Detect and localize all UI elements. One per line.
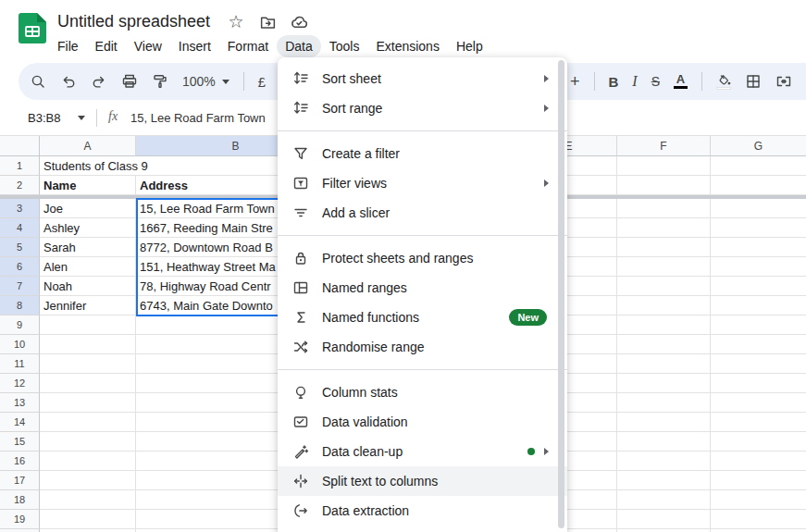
row-header-1[interactable]: 1 <box>0 156 40 176</box>
cell-A19[interactable] <box>40 510 136 529</box>
menubar-item-insert[interactable]: Insert <box>170 35 219 57</box>
cell-F19[interactable] <box>617 510 711 529</box>
menu-item-sort-sheet[interactable]: Sort sheet <box>278 64 567 93</box>
menubar-item-view[interactable]: View <box>126 35 170 57</box>
cell-F16[interactable] <box>617 452 711 471</box>
cell-G9[interactable] <box>711 315 806 335</box>
cell-F1[interactable] <box>617 156 711 176</box>
cell-F2[interactable] <box>617 176 711 195</box>
row-header-3[interactable]: 3 <box>0 199 40 218</box>
menu-item-randomise-range[interactable]: Randomise range <box>278 332 567 362</box>
menu-item-create-a-filter[interactable]: Create a filter <box>278 139 567 168</box>
chevron-down-icon[interactable] <box>78 116 85 120</box>
cell-F7[interactable] <box>617 277 711 296</box>
paint-format-icon[interactable] <box>152 73 168 90</box>
cell-F8[interactable] <box>617 296 711 315</box>
column-header-G[interactable]: G <box>711 136 806 156</box>
row-header-10[interactable]: 10 <box>0 335 40 354</box>
row-header-13[interactable]: 13 <box>0 393 40 413</box>
fill-color-button[interactable] <box>716 74 731 90</box>
cell-G5[interactable] <box>711 238 806 257</box>
zoom-control[interactable]: 100% <box>182 74 229 89</box>
select-all-corner[interactable] <box>0 136 40 156</box>
cell-A7[interactable]: Noah <box>40 277 136 296</box>
row-header-4[interactable]: 4 <box>0 218 40 238</box>
menu-item-add-a-slicer[interactable]: Add a slicer <box>278 198 567 228</box>
cell-F11[interactable] <box>617 354 711 374</box>
print-icon[interactable] <box>121 73 138 90</box>
menu-item-named-ranges[interactable]: Named ranges <box>278 273 567 303</box>
cell-G13[interactable] <box>711 393 806 413</box>
menu-item-data-clean-up[interactable]: Data clean-up <box>278 437 567 466</box>
cell-G1[interactable] <box>711 156 806 176</box>
menu-item-split-text-to-columns[interactable]: Split text to columns <box>278 466 567 496</box>
row-header-9[interactable]: 9 <box>0 315 40 335</box>
borders-icon[interactable] <box>745 73 762 90</box>
cell-F9[interactable] <box>617 315 711 335</box>
cell-F10[interactable] <box>617 335 711 354</box>
cell-G17[interactable] <box>711 471 806 490</box>
cell-A18[interactable] <box>40 490 136 510</box>
menu-item-sort-range[interactable]: Sort range <box>278 93 567 123</box>
menubar-item-format[interactable]: Format <box>219 35 277 57</box>
menu-item-filter-views[interactable]: Filter views <box>278 168 567 198</box>
cell-F14[interactable] <box>617 413 711 432</box>
column-header-A[interactable]: A <box>40 136 136 156</box>
cell-F15[interactable] <box>617 432 711 452</box>
cell-F5[interactable] <box>617 238 711 257</box>
cell-G16[interactable] <box>711 452 806 471</box>
cell-G7[interactable] <box>711 277 806 296</box>
cell-G11[interactable] <box>711 354 806 374</box>
bold-button[interactable]: B <box>609 74 619 90</box>
cell-G4[interactable] <box>711 218 806 238</box>
row-header-2[interactable]: 2 <box>0 176 40 195</box>
row-header-11[interactable]: 11 <box>0 354 40 374</box>
row-header-19[interactable]: 19 <box>0 510 40 529</box>
cell-A10[interactable] <box>40 335 136 354</box>
move-folder-icon[interactable] <box>258 13 277 31</box>
cell-A5[interactable]: Sarah <box>40 238 136 257</box>
strikethrough-button[interactable]: S <box>651 74 660 89</box>
cell-F13[interactable] <box>617 393 711 413</box>
cell-A15[interactable] <box>40 432 136 452</box>
cell-G12[interactable] <box>711 374 806 393</box>
menu-item-named-functions[interactable]: Named functionsNew <box>278 303 567 332</box>
cell-G3[interactable] <box>711 199 806 218</box>
menubar-item-file[interactable]: File <box>49 35 87 57</box>
cell-F4[interactable] <box>617 218 711 238</box>
sheets-logo-icon[interactable] <box>19 13 46 43</box>
cell-G10[interactable] <box>711 335 806 354</box>
menu-item-data-validation[interactable]: Data validation <box>278 407 567 437</box>
cell-G15[interactable] <box>711 432 806 452</box>
cell-A12[interactable] <box>40 374 136 393</box>
star-icon[interactable]: ☆ <box>227 13 245 31</box>
menu-item-protect-sheets-and-ranges[interactable]: Protect sheets and ranges <box>278 243 567 273</box>
row-header-15[interactable]: 15 <box>0 432 40 452</box>
row-header-5[interactable]: 5 <box>0 238 40 257</box>
name-box[interactable]: B3:B8 <box>28 100 60 135</box>
cell-F18[interactable] <box>617 490 711 510</box>
row-header-18[interactable]: 18 <box>0 490 40 510</box>
menu-scrollbar[interactable] <box>558 60 564 528</box>
menubar-item-extensions[interactable]: Extensions <box>367 35 447 57</box>
text-color-button[interactable]: A <box>674 74 688 89</box>
menubar-item-help[interactable]: Help <box>448 35 491 57</box>
column-header-F[interactable]: F <box>617 136 711 156</box>
cell-A2[interactable]: Name <box>40 176 136 195</box>
menubar-item-tools[interactable]: Tools <box>321 35 368 57</box>
cell-A6[interactable]: Alen <box>40 257 136 277</box>
cell-F3[interactable] <box>617 199 711 218</box>
cell-G14[interactable] <box>711 413 806 432</box>
cell-G2[interactable] <box>711 176 806 195</box>
cell-A11[interactable] <box>40 354 136 374</box>
cell-G18[interactable] <box>711 490 806 510</box>
menubar-item-data[interactable]: Data <box>277 35 321 57</box>
italic-button[interactable]: I <box>632 73 637 90</box>
undo-icon[interactable] <box>60 73 77 90</box>
cell-A4[interactable]: Ashley <box>40 218 136 238</box>
cell-F12[interactable] <box>617 374 711 393</box>
redo-icon[interactable] <box>91 73 107 90</box>
row-header-8[interactable]: 8 <box>0 296 40 315</box>
cell-A9[interactable] <box>40 315 136 335</box>
font-size-increase-button[interactable]: + <box>570 72 580 92</box>
